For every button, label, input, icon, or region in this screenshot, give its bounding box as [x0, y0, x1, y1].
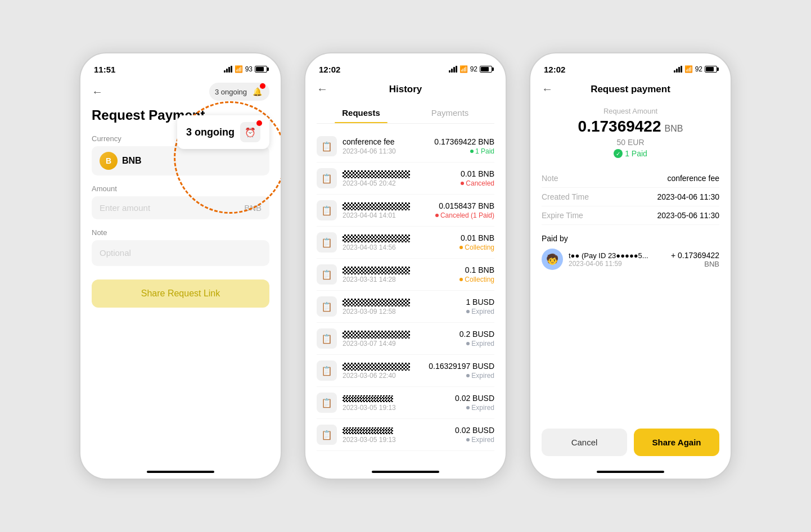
history-item-amount: 0.17369422 BNB	[434, 137, 494, 146]
history-item-amount: 0.01 BNB	[461, 169, 494, 178]
history-item-left: 2023-03-31 14:28	[343, 265, 459, 283]
history-item-status: Expired	[459, 340, 494, 348]
note-label: Note	[92, 228, 269, 237]
tab-payments[interactable]: Payments	[406, 102, 494, 123]
phone1-home-indicator	[147, 471, 214, 473]
phone2-page-title: History	[389, 84, 422, 95]
history-item[interactable]: 📋 2023-04-03 14:56 0.01 BNB Collecting	[317, 227, 494, 259]
history-tabs: Requests Payments	[317, 102, 494, 124]
notification-card-icon[interactable]: ⏰	[240, 122, 260, 142]
amount-unit: BNB	[244, 203, 262, 213]
history-item[interactable]: 📋 test 2 0.02 BUSD	[317, 451, 494, 457]
payer-amount-value: + 0.17369422	[671, 251, 719, 260]
history-item-left: 2023-04-04 14:01	[343, 201, 435, 219]
history-item[interactable]: 📋 2023-03-05 19:13 0.02 BUSD Expired	[317, 387, 494, 419]
status-dot	[470, 150, 474, 153]
history-item-icon: 📋	[317, 168, 337, 188]
status-dot	[466, 406, 470, 409]
share-request-link-button[interactable]: Share Request Link	[92, 279, 269, 308]
history-item-date: 2023-03-09 12:58	[343, 308, 466, 315]
history-item-status: 1 Paid	[434, 147, 494, 155]
battery-icon2	[480, 66, 492, 73]
ongoing-notification-card[interactable]: 3 ongoing ⏰	[177, 115, 269, 149]
history-item-date: 2023-03-06 22:40	[343, 372, 429, 380]
amount-unit: BNB	[665, 124, 683, 134]
history-item-date: 2023-04-06 11:30	[343, 147, 434, 155]
phone3-back-button[interactable]: ←	[542, 83, 553, 96]
payer-amount: + 0.17369422 BNB	[671, 251, 719, 268]
bell-icon: 🔔	[253, 87, 262, 96]
phone1-back-button[interactable]: ←	[92, 85, 103, 98]
blurred-name	[343, 235, 410, 242]
history-item-right: 0.17369422 BNB 1 Paid	[434, 137, 494, 155]
blurred-name	[343, 427, 393, 434]
phone3-page-title: Request payment	[591, 84, 670, 95]
payer-amount-unit: BNB	[671, 260, 719, 268]
history-item[interactable]: 📋 2023-03-09 12:58 1 BUSD Expired	[317, 291, 494, 323]
history-item-icon: 📋	[317, 393, 337, 413]
history-item-icon: 📋	[317, 360, 337, 381]
history-item[interactable]: 📋 2023-03-05 19:13 0.02 BUSD Expired	[317, 419, 494, 451]
payer-time: 2023-04-06 11:59	[569, 260, 665, 268]
history-item-amount: 1 BUSD	[466, 297, 494, 306]
history-item-left: 2023-03-07 14:49	[343, 330, 459, 348]
paid-by-label: Paid by	[542, 234, 719, 243]
history-item[interactable]: 📋 conference fee 2023-04-06 11:30 0.1736…	[317, 130, 494, 163]
currency-selector[interactable]: B BNB	[92, 146, 269, 175]
phone2-home-indicator	[372, 471, 439, 473]
history-item-right: 0.0158437 BNB Canceled (1 Paid)	[435, 201, 494, 219]
history-item[interactable]: 📋 2023-04-05 20:42 0.01 BNB Canceled	[317, 163, 494, 195]
blurred-name	[343, 202, 410, 210]
payer-row: 🧒 t●● (Pay ID 23●●●●●5... 2023-04-06 11:…	[542, 249, 719, 270]
phone1-ongoing-badge[interactable]: 3 ongoing 🔔	[209, 83, 269, 101]
status-text: 1 Paid	[625, 149, 647, 158]
notification-ongoing-text: 3 ongoing	[186, 127, 235, 138]
phone2-back-button[interactable]: ←	[317, 83, 328, 96]
history-item-date: 2023-03-05 19:13	[343, 436, 455, 444]
share-again-button[interactable]: Share Again	[634, 429, 719, 456]
amount-label: Amount	[92, 184, 269, 193]
tab-requests[interactable]: Requests	[317, 102, 406, 123]
history-item-right: 0.16329197 BUSD Expired	[429, 362, 494, 380]
history-item-status: Collecting	[459, 276, 494, 283]
blurred-name	[343, 299, 410, 306]
status-dot	[461, 182, 464, 185]
notification-icon[interactable]: 🔔	[250, 85, 264, 98]
history-item-left: 2023-03-05 19:13	[343, 394, 455, 412]
note-key: Note	[542, 174, 558, 183]
created-key: Created Time	[542, 192, 589, 201]
history-item[interactable]: 📋 2023-03-06 22:40 0.16329197 BUSD Expir…	[317, 355, 494, 387]
note-row: Note conference fee	[542, 169, 719, 188]
history-item-status: Expired	[429, 372, 494, 380]
history-item[interactable]: 📋 2023-03-07 14:49 0.2 BUSD Expired	[317, 323, 494, 355]
history-item-date: 2023-04-03 14:56	[343, 244, 459, 251]
history-item-left: 2023-04-03 14:56	[343, 233, 459, 251]
amount-input[interactable]: Enter amount BNB	[92, 196, 269, 219]
amount-number: 0.17369422	[578, 118, 661, 136]
history-item-status: Expired	[455, 436, 494, 444]
phone3: 12:02 📶 92 ← Request payment	[529, 52, 732, 480]
history-item-name	[343, 330, 459, 339]
history-item[interactable]: 📋 2023-04-04 14:01 0.0158437 BNB Cancele…	[317, 195, 494, 227]
history-item-amount: 0.02 BUSD	[455, 426, 494, 435]
payer-avatar: 🧒	[542, 249, 563, 270]
notification-dot	[260, 83, 265, 89]
history-item-right: 0.1 BNB Collecting	[459, 265, 494, 283]
blurred-name	[343, 267, 410, 274]
note-placeholder: Optional	[100, 248, 131, 258]
cancel-button[interactable]: Cancel	[542, 429, 627, 456]
phone1-nav: ← 3 ongoing 🔔	[92, 78, 269, 105]
history-item[interactable]: 📋 2023-03-31 14:28 0.1 BNB Collecting	[317, 259, 494, 291]
note-input[interactable]: Optional	[92, 240, 269, 266]
detail-section: Request Amount 0.17369422 BNB 50 EUR ✓ 1…	[542, 107, 719, 158]
wifi-icon3: 📶	[684, 65, 693, 73]
history-item-date: 2023-04-05 20:42	[343, 179, 461, 187]
history-item-right: 0.02 BUSD Expired	[455, 426, 494, 444]
history-item-icon: 📋	[317, 264, 337, 285]
phone2: 12:02 📶 92 ← History	[304, 52, 507, 480]
history-item-date: 2023-03-07 14:49	[343, 340, 459, 348]
request-amount-label: Request Amount	[542, 107, 719, 115]
history-item-name	[343, 233, 459, 242]
history-item-icon: 📋	[317, 425, 337, 445]
history-item-name	[343, 426, 455, 435]
